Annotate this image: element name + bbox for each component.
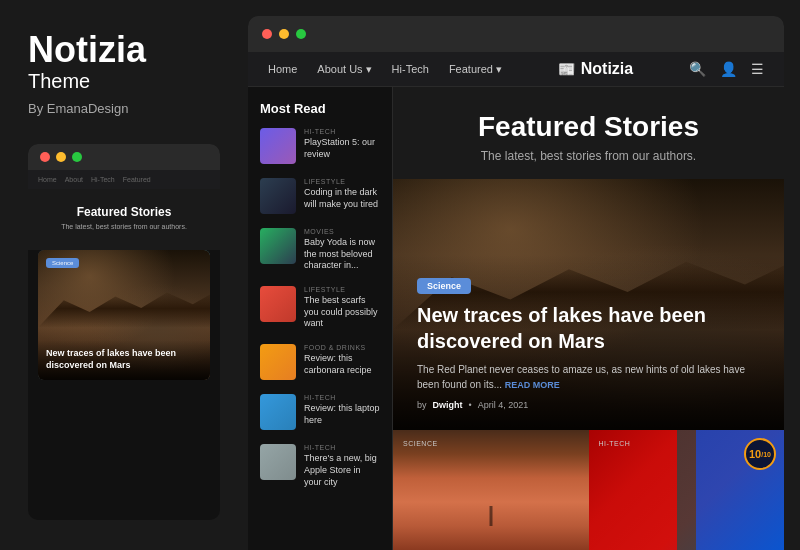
most-read-category: LIFESTYLE <box>304 286 380 293</box>
article-author: Dwight <box>433 400 463 410</box>
list-item[interactable]: HI-TECH Review: this laptop here <box>260 394 380 430</box>
most-read-text: HI-TECH There's a new, big Apple Store i… <box>304 444 380 488</box>
most-read-headline: There's a new, big Apple Store in your c… <box>304 453 380 488</box>
most-read-category: HI-TECH <box>304 444 380 451</box>
most-read-headline: Review: this carbonara recipe <box>304 353 380 376</box>
bottom-card-hitech[interactable]: HI-TECH 10/10 <box>589 430 785 550</box>
mini-nav-about: About <box>65 176 83 183</box>
mini-featured-sub: The latest, best stories from our author… <box>38 223 210 230</box>
brand-title: Notizia <box>28 30 220 70</box>
browser-window: Home About Us ▾ Hi-Tech Featured ▾ 📰 Not… <box>248 16 784 550</box>
mini-nav-home: Home <box>38 176 57 183</box>
chevron-down-icon: ▾ <box>496 63 502 76</box>
nav-about-us[interactable]: About Us ▾ <box>317 63 371 76</box>
most-read-text: FOOD & DRINKS Review: this carbonara rec… <box>304 344 380 376</box>
bottom-cards: SCIENCE HI-TECH 10/10 <box>393 430 784 550</box>
list-item[interactable]: LIFESTYLE The best scarfs you could poss… <box>260 286 380 330</box>
dot-green <box>72 152 82 162</box>
most-read-text: LIFESTYLE The best scarfs you could poss… <box>304 286 380 330</box>
nav-left: Home About Us ▾ Hi-Tech Featured ▾ <box>268 63 502 76</box>
score-suffix: /10 <box>761 451 771 458</box>
mini-content: Home About Hi-Tech Featured Featured Sto… <box>28 170 220 520</box>
browser-titlebar <box>248 16 784 52</box>
thumb-scarfs <box>260 286 296 322</box>
featured-hero-title: Featured Stories <box>413 111 764 143</box>
most-read-category: HI-TECH <box>304 394 380 401</box>
list-item[interactable]: LIFESTYLE Coding in the dark will make y… <box>260 178 380 214</box>
most-read-headline: Review: this laptop here <box>304 403 380 426</box>
search-icon[interactable]: 🔍 <box>689 61 706 77</box>
notizia-logo-icon: 📰 <box>558 61 575 77</box>
mini-featured-title: Featured Stories <box>38 205 210 219</box>
thumb-playstation <box>260 128 296 164</box>
nav-home[interactable]: Home <box>268 63 297 75</box>
thumb-yoda <box>260 228 296 264</box>
menu-icon[interactable]: ☰ <box>751 61 764 77</box>
browser-main: Most Read HI-TECH PlayStation 5: our rev… <box>248 87 784 550</box>
main-article-area: Featured Stories The latest, best storie… <box>393 87 784 550</box>
bottom-card-hitech-badge: HI-TECH <box>599 440 631 447</box>
list-item[interactable]: HI-TECH PlayStation 5: our review <box>260 128 380 164</box>
big-article-meta: by Dwight • April 4, 2021 <box>417 400 760 410</box>
mini-story-overlay: New traces of lakes have been discovered… <box>38 340 210 379</box>
score-value: 10 <box>749 448 761 460</box>
mini-titlebar <box>28 144 220 170</box>
thumb-food <box>260 344 296 380</box>
most-read-headline: PlayStation 5: our review <box>304 137 380 160</box>
nav-featured[interactable]: Featured ▾ <box>449 63 502 76</box>
thumb-laptop <box>260 394 296 430</box>
article-date: April 4, 2021 <box>478 400 529 410</box>
mini-preview-window: Home About Hi-Tech Featured Featured Sto… <box>28 144 220 520</box>
browser-dot-yellow <box>279 29 289 39</box>
mini-story-title: New traces of lakes have been discovered… <box>46 348 202 371</box>
big-article-card[interactable]: Science New traces of lakes have been di… <box>393 179 784 430</box>
article-dot: • <box>469 400 472 410</box>
most-read-category: LIFESTYLE <box>304 178 380 185</box>
read-more-link[interactable]: READ MORE <box>505 380 560 390</box>
nav-hi-tech[interactable]: Hi-Tech <box>392 63 429 75</box>
most-read-category: HI-TECH <box>304 128 380 135</box>
brand-author: By EmanaDesign <box>28 101 220 116</box>
big-article-overlay: Science New traces of lakes have been di… <box>393 255 784 431</box>
most-read-category: FOOD & DRINKS <box>304 344 380 351</box>
browser-dot-green <box>296 29 306 39</box>
most-read-text: LIFESTYLE Coding in the dark will make y… <box>304 178 380 210</box>
most-read-text: MOVIES Baby Yoda is now the most beloved… <box>304 228 380 272</box>
brand-subtitle: Theme <box>28 70 220 93</box>
list-item[interactable]: FOOD & DRINKS Review: this carbonara rec… <box>260 344 380 380</box>
big-article-description: The Red Planet never ceases to amaze us,… <box>417 362 760 393</box>
most-read-category: MOVIES <box>304 228 380 235</box>
nav-logo: 📰 Notizia <box>558 60 633 78</box>
most-read-headline: Coding in the dark will make you tired <box>304 187 380 210</box>
mini-header-bar: Home About Hi-Tech Featured <box>28 170 220 189</box>
score-badge: 10/10 <box>744 438 776 470</box>
mini-article-image: Science New traces of lakes have been di… <box>38 250 210 380</box>
mini-nav-featured: Featured <box>123 176 151 183</box>
bottom-card-science[interactable]: SCIENCE <box>393 430 589 550</box>
nav-logo-text: Notizia <box>581 60 633 78</box>
mini-science-badge: Science <box>46 258 79 268</box>
browser-dot-red <box>262 29 272 39</box>
mars-figure <box>489 506 492 526</box>
featured-hero-subtitle: The latest, best stories from our author… <box>413 149 764 163</box>
nav-right: 🔍 👤 ☰ <box>689 61 764 77</box>
right-panel: Home About Us ▾ Hi-Tech Featured ▾ 📰 Not… <box>248 0 800 550</box>
left-panel: Notizia Theme By EmanaDesign Home About … <box>0 0 248 550</box>
dot-red <box>40 152 50 162</box>
most-read-title: Most Read <box>260 101 380 116</box>
most-read-text: HI-TECH PlayStation 5: our review <box>304 128 380 160</box>
user-icon[interactable]: 👤 <box>720 61 737 77</box>
mini-nav-hitech: Hi-Tech <box>91 176 115 183</box>
most-read-headline: Baby Yoda is now the most beloved charac… <box>304 237 380 272</box>
article-by: by <box>417 400 427 410</box>
browser-navbar: Home About Us ▾ Hi-Tech Featured ▾ 📰 Not… <box>248 52 784 87</box>
thumb-apple <box>260 444 296 480</box>
most-read-headline: The best scarfs you could possibly want <box>304 295 380 330</box>
most-read-sidebar: Most Read HI-TECH PlayStation 5: our rev… <box>248 87 393 550</box>
dot-yellow <box>56 152 66 162</box>
featured-hero: Featured Stories The latest, best storie… <box>393 87 784 179</box>
science-badge: Science <box>417 278 471 294</box>
list-item[interactable]: HI-TECH There's a new, big Apple Store i… <box>260 444 380 488</box>
list-item[interactable]: MOVIES Baby Yoda is now the most beloved… <box>260 228 380 272</box>
mini-hero-section: Featured Stories The latest, best storie… <box>28 189 220 250</box>
